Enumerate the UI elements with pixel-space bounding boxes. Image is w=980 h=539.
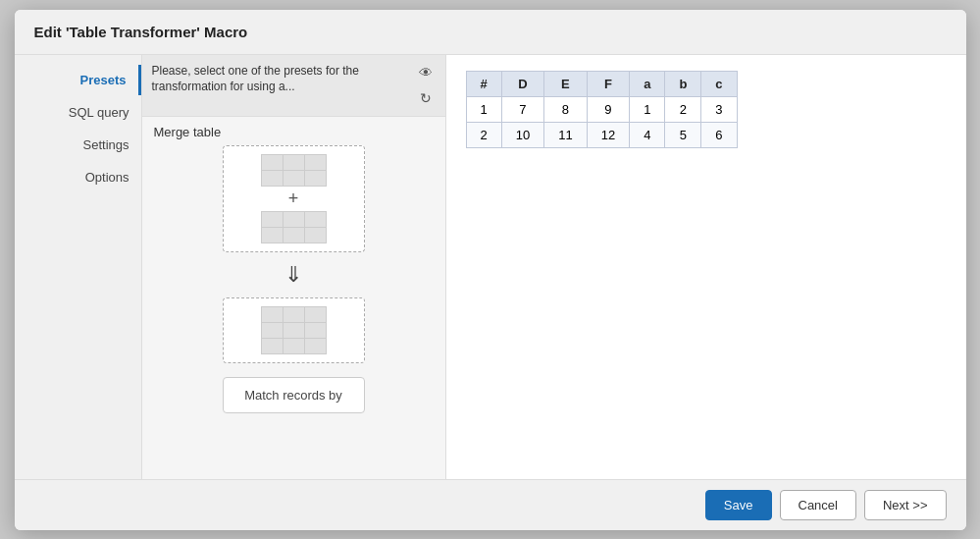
preset-area: Merge table + — [142, 117, 445, 479]
cell-r1-c4: 4 — [630, 122, 665, 147]
refresh-icon[interactable]: ↻ — [416, 88, 436, 108]
cell-r0-c2: 8 — [544, 96, 587, 122]
left-panel: Please, select one of the presets for th… — [142, 55, 446, 479]
plus-icon: + — [288, 189, 299, 209]
col-header-b: b — [665, 71, 701, 96]
cell-r1-c5: 5 — [665, 122, 701, 147]
cell-r1-c3: 12 — [587, 122, 629, 147]
cancel-button[interactable]: Cancel — [780, 490, 856, 520]
sidebar-item-options[interactable]: Options — [15, 162, 141, 192]
description-text: Please, select one of the presets for th… — [152, 63, 408, 96]
modal-title: Edit 'Table Transformer' Macro — [34, 24, 248, 40]
bottom-diagram-box — [223, 297, 365, 363]
top-mini-table-2 — [261, 211, 327, 243]
modal-container: Edit 'Table Transformer' Macro Presets S… — [15, 10, 966, 530]
sidebar-item-sql-query[interactable]: SQL query — [15, 97, 141, 128]
cell-r1-c6: 6 — [701, 122, 737, 147]
merge-label: Merge table — [150, 125, 222, 139]
col-header-E: E — [544, 71, 587, 96]
sidebar: Presets SQL query Settings Options — [15, 55, 142, 479]
col-header-F: F — [587, 71, 629, 96]
top-mini-table-1 — [261, 154, 327, 187]
bottom-mini-table — [261, 306, 327, 354]
modal-body: Presets SQL query Settings Options Pleas… — [15, 55, 966, 479]
cell-r0-c1: 7 — [501, 96, 543, 122]
col-header-c: c — [701, 71, 737, 96]
next-button[interactable]: Next >> — [864, 490, 947, 520]
table-header-row: # D E F a b c — [466, 71, 737, 96]
cell-r0-c6: 3 — [701, 96, 737, 122]
cell-r1-c1: 10 — [501, 122, 543, 147]
match-records-button[interactable]: Match records by — [223, 377, 365, 413]
icon-group: 👁 ↻ — [416, 63, 436, 108]
table-row: 2101112456 — [466, 122, 737, 147]
table-row: 1789123 — [466, 96, 737, 122]
cell-r0-c4: 1 — [630, 96, 665, 122]
cell-r0-c3: 9 — [587, 96, 629, 122]
main-content: Please, select one of the presets for th… — [142, 55, 966, 479]
col-header-hash: # — [466, 71, 501, 96]
col-header-a: a — [630, 71, 665, 96]
col-header-D: D — [501, 71, 543, 96]
modal-header: Edit 'Table Transformer' Macro — [15, 10, 966, 55]
cell-r0-c0: 1 — [466, 96, 501, 122]
cell-r1-c0: 2 — [466, 122, 501, 147]
description-bar: Please, select one of the presets for th… — [142, 55, 445, 117]
save-button[interactable]: Save — [705, 490, 772, 520]
arrow-down-icon: ⇓ — [284, 262, 302, 288]
eye-icon[interactable]: 👁 — [416, 63, 436, 82]
modal-footer: Save Cancel Next >> — [15, 479, 966, 530]
right-panel: # D E F a b c 17891232101112456 — [446, 55, 966, 479]
data-table: # D E F a b c 17891232101112456 — [466, 71, 738, 148]
cell-r0-c5: 2 — [665, 96, 701, 122]
cell-r1-c2: 11 — [544, 122, 587, 147]
top-diagram-box: + — [223, 145, 365, 252]
sidebar-item-presets[interactable]: Presets — [15, 65, 141, 95]
sidebar-item-settings[interactable]: Settings — [15, 130, 141, 160]
